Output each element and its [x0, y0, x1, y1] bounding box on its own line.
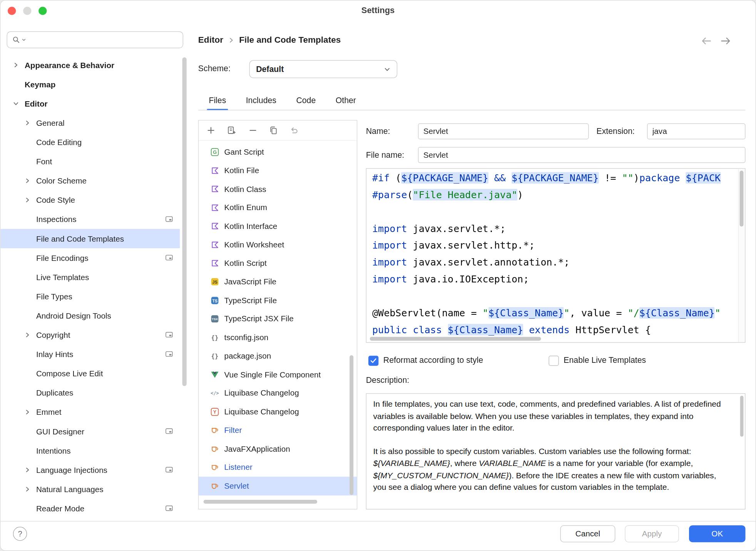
settings-search-box[interactable]: [7, 31, 183, 48]
filename-field[interactable]: [418, 147, 746, 163]
template-item-liquibase-changelog[interactable]: YLiquibase Changelog: [199, 402, 357, 421]
template-item-javafxapplication[interactable]: JavaFXApplication: [199, 439, 357, 458]
tab-code[interactable]: Code: [296, 91, 316, 110]
template-item-liquibase-changelog[interactable]: </>Liquibase Changelog: [199, 384, 357, 402]
sidebar-scrollbar[interactable]: [182, 57, 186, 386]
sidebar-item-emmet[interactable]: Emmet: [0, 402, 180, 422]
template-item-typescript-jsx-file[interactable]: TSXTypeScript JSX File: [199, 310, 357, 328]
gant-file-icon: G: [210, 148, 219, 156]
option-reformat-according-to-style[interactable]: Reformat according to style: [368, 354, 483, 367]
template-item-kotlin-class[interactable]: Kotlin Class: [199, 180, 357, 198]
template-item-filter[interactable]: Filter: [199, 421, 357, 439]
chevron-right-icon[interactable]: [13, 62, 25, 68]
chevron-down-icon[interactable]: [13, 101, 25, 107]
sidebar-item-duplicates[interactable]: Duplicates: [0, 383, 180, 402]
sidebar-item-inspections[interactable]: Inspections: [0, 210, 180, 229]
template-list-horizontal-scrollbar[interactable]: [204, 500, 318, 504]
template-item-gant-script[interactable]: GGant Script: [199, 143, 357, 161]
apply-button[interactable]: Apply: [625, 525, 679, 542]
editor-vertical-scrollbar-thumb[interactable]: [739, 170, 743, 226]
tab-files[interactable]: Files: [209, 91, 226, 110]
template-item-label: Filter: [224, 426, 242, 435]
svg-text:JS: JS: [212, 280, 217, 284]
reset-template-button[interactable]: [290, 126, 299, 135]
template-item-listener[interactable]: Listener: [199, 458, 357, 477]
remove-template-button[interactable]: [248, 126, 258, 135]
sidebar-item-file-and-code-templates[interactable]: File and Code Templates: [0, 229, 180, 248]
template-code-editor[interactable]: #if (${PACKAGE_NAME} && ${PACKAGE_NAME} …: [366, 168, 746, 342]
sidebar-item-gui-designer[interactable]: GUI Designer: [0, 422, 180, 441]
sidebar-item-code-editing[interactable]: Code Editing: [0, 132, 180, 152]
template-item-tsconfig-json[interactable]: {}tsconfig.json: [199, 328, 357, 347]
checkbox-label[interactable]: Reformat according to style: [383, 356, 483, 365]
sidebar-item-language-injections[interactable]: Language Injections: [0, 460, 180, 479]
add-template-button[interactable]: [206, 126, 216, 135]
checkbox-label[interactable]: Enable Live Templates: [564, 356, 646, 365]
cancel-button[interactable]: Cancel: [560, 525, 616, 542]
breadcrumb-editor[interactable]: Editor: [198, 35, 223, 45]
sidebar-item-file-types[interactable]: File Types: [0, 287, 180, 306]
page-indicator-icon: [166, 351, 173, 358]
sidebar-item-inlay-hints[interactable]: Inlay Hints: [0, 345, 180, 364]
name-field[interactable]: [418, 124, 589, 139]
sidebar-item-label: General: [36, 119, 65, 128]
back-button[interactable]: [701, 36, 712, 46]
sidebar-item-compose-live-edit[interactable]: Compose Live Edit: [0, 364, 180, 383]
option-enable-live-templates[interactable]: Enable Live Templates: [549, 354, 646, 367]
template-list-vertical-scrollbar[interactable]: [350, 355, 353, 495]
sidebar-item-general[interactable]: General: [0, 113, 180, 132]
copy-template-button[interactable]: [269, 126, 278, 135]
template-item-kotlin-enum[interactable]: Kotlin Enum: [199, 198, 357, 217]
template-item-package-json[interactable]: {}package.json: [199, 347, 357, 365]
sidebar-item-editor[interactable]: Editor: [0, 94, 180, 113]
template-item-typescript-file[interactable]: TSTypeScript File: [199, 291, 357, 310]
sidebar-item-reader-mode[interactable]: Reader Mode: [0, 499, 180, 518]
forward-button[interactable]: [720, 36, 731, 46]
extension-field[interactable]: [647, 124, 746, 139]
template-item-servlet[interactable]: Servlet: [199, 477, 357, 495]
unchecked-checkbox-icon[interactable]: [549, 356, 559, 366]
template-item-vue-single-file-component[interactable]: Vue Single File Component: [199, 365, 357, 384]
sidebar-item-copyright[interactable]: Copyright: [0, 326, 180, 345]
sidebar-item-font[interactable]: Font: [0, 152, 180, 171]
chevron-right-icon[interactable]: [25, 409, 36, 415]
description-scrollbar[interactable]: [740, 396, 744, 436]
sidebar-item-keymap[interactable]: Keymap: [0, 75, 180, 94]
template-item-kotlin-file[interactable]: Kotlin File: [199, 161, 357, 180]
sidebar-item-file-encodings[interactable]: File Encodings: [0, 248, 180, 267]
editor-horizontal-scrollbar[interactable]: [370, 337, 541, 341]
chevron-right-icon[interactable]: [25, 332, 36, 338]
create-child-template-button[interactable]: [227, 126, 237, 135]
chevron-right-icon[interactable]: [25, 197, 36, 203]
sidebar-item-appearance-behavior[interactable]: Appearance & Behavior: [0, 55, 180, 75]
checked-checkbox-icon[interactable]: [368, 356, 378, 366]
sidebar-item-color-scheme[interactable]: Color Scheme: [0, 171, 180, 190]
tab-other[interactable]: Other: [336, 91, 356, 110]
chevron-right-icon[interactable]: [25, 486, 36, 492]
editor-vertical-scrollbar[interactable]: [738, 169, 745, 342]
chevron-right-icon[interactable]: [25, 178, 36, 184]
help-button[interactable]: ?: [13, 527, 27, 541]
template-item-label: JavaFXApplication: [224, 444, 290, 454]
search-input[interactable]: [27, 35, 178, 44]
sidebar-item-intentions[interactable]: Intentions: [0, 441, 180, 460]
sidebar-item-natural-languages[interactable]: Natural Languages: [0, 479, 180, 499]
ts-file-icon: TS: [210, 296, 219, 304]
tab-includes[interactable]: Includes: [246, 91, 276, 110]
template-item-label: Gant Script: [224, 147, 264, 157]
sidebar-item-android-design-tools[interactable]: Android Design Tools: [0, 306, 180, 325]
sidebar-item-label: Reader Mode: [36, 504, 84, 513]
chevron-right-icon[interactable]: [25, 120, 36, 126]
chevron-right-icon[interactable]: [25, 467, 36, 473]
template-item-kotlin-script[interactable]: Kotlin Script: [199, 254, 357, 272]
template-item-javascript-file[interactable]: JSJavaScript File: [199, 272, 357, 291]
template-item-kotlin-interface[interactable]: Kotlin Interface: [199, 217, 357, 235]
sidebar-item-code-style[interactable]: Code Style: [0, 190, 180, 210]
search-history-chevron-icon[interactable]: [22, 38, 26, 42]
template-item-kotlin-worksheet[interactable]: Kotlin Worksheet: [199, 235, 357, 254]
code-line: public class ${Class_Name} extends HttpS…: [372, 321, 737, 336]
ok-button[interactable]: OK: [689, 525, 746, 542]
sidebar-item-live-templates[interactable]: Live Templates: [0, 267, 180, 287]
scheme-dropdown[interactable]: Default: [249, 60, 398, 78]
code-line: import javax.servlet.http.*;: [372, 237, 737, 254]
